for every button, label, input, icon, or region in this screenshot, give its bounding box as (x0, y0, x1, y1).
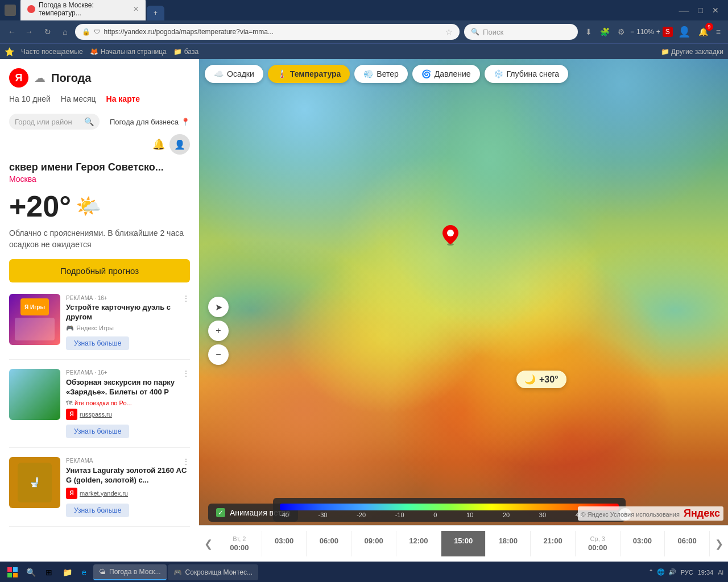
firefox-icon: 🦊 (90, 48, 98, 56)
search-bar[interactable]: 🔍 Поиск (464, 24, 578, 40)
wind-checkbox[interactable]: ✓ (216, 508, 225, 517)
settings-icon[interactable]: ⚙ (615, 25, 628, 39)
bookmark-home[interactable]: 🦊 Начальная страница (90, 48, 167, 56)
location-city[interactable]: Москва (9, 174, 190, 184)
map-nav-controls: ➤ + − (208, 297, 229, 365)
my-location-btn[interactable]: ➤ (208, 297, 229, 317)
city-search[interactable]: Город или район 🔍 (9, 114, 100, 130)
ads-container: Я Игры РЕКЛАМА · 16+ ⋮ Устройте карточну… (9, 294, 190, 526)
timeline-slot-5[interactable]: 15:00 (441, 531, 486, 556)
timeline-slot-10[interactable]: 06:00 (665, 531, 710, 556)
timeline-prev[interactable]: ❮ (199, 526, 217, 562)
bookmark-base[interactable]: 📁 база (173, 48, 198, 56)
zoom-plus[interactable]: + (656, 28, 660, 36)
timeline-slot-1[interactable]: 03:00 (262, 531, 307, 556)
menu-icon[interactable]: ≡ (713, 25, 723, 39)
profile-icon[interactable]: 👤 (675, 23, 693, 40)
filter-temperature[interactable]: 🌡️ Температура (268, 65, 350, 83)
restore-btn[interactable]: □ (698, 6, 703, 15)
map-marker[interactable] (442, 225, 458, 248)
bookmarks-more[interactable]: 📁 Другие закладки (661, 48, 723, 56)
nav-map[interactable]: На карте (106, 94, 140, 103)
start-button[interactable] (5, 564, 20, 580)
search-city-icon: 🔍 (84, 117, 94, 126)
zoom-minus[interactable]: − (630, 28, 634, 36)
active-tab[interactable]: Погода в Москве: температур... ✕ (20, 0, 146, 20)
wind-icon: 💨 (363, 69, 373, 78)
taskbar-app-game[interactable]: 🎮 Сокровища Монтес... (168, 564, 258, 580)
taskbar: 🔍 ⊞ 📁 e 🌤 Погода в Моск... 🎮 Сокровища М… (0, 562, 728, 582)
notifications-icon[interactable]: 🔔 9 (696, 25, 711, 39)
ad-cta-1[interactable]: Узнать больше (66, 336, 129, 350)
bell-icon[interactable]: 🔔 (152, 138, 165, 151)
zoom-in-btn[interactable]: + (208, 321, 229, 341)
tray-volume-icon[interactable]: 🔊 (668, 568, 676, 576)
new-tab-btn[interactable]: + (147, 6, 164, 20)
ad-label-3: РЕКЛАМА (66, 458, 93, 464)
nav-10days[interactable]: На 10 дней (9, 94, 51, 103)
folder-icon: 📁 (173, 48, 182, 56)
timeline-slot-6[interactable]: 18:00 (486, 531, 531, 556)
header-right-icons: 🔔 👤 (9, 134, 190, 155)
system-tray: ⌃ 🌐 🔊 (648, 568, 676, 576)
nav-month[interactable]: На месяц (61, 94, 96, 103)
map-copyright: © Яндекс Условия использования Яндекс (578, 506, 723, 521)
download-icon[interactable]: ⬇ (582, 25, 595, 39)
timeline-next[interactable]: ❯ (710, 526, 728, 562)
timeline-slot-4[interactable]: 12:00 (396, 531, 441, 556)
ad-item-3: 🚽 РЕКЛАМА ⋮ Унитаз Laguraty золотой 2160… (9, 457, 190, 527)
timeline-slot-3[interactable]: 09:00 (351, 531, 396, 556)
bubble-temp: +30° (539, 375, 559, 385)
refresh-btn[interactable]: ↻ (41, 25, 55, 39)
filter-pressure[interactable]: 🌀 Давление (412, 65, 480, 83)
timeline-slot-9[interactable]: 03:00 (621, 531, 665, 556)
filter-snow-depth[interactable]: ❄️ Глубина снега (485, 65, 568, 83)
business-link[interactable]: Погода для бизнеса 📍 (110, 114, 190, 130)
zoom-out-btn[interactable]: − (208, 344, 229, 365)
ad-menu-1[interactable]: ⋮ (182, 294, 190, 303)
extensions-icon[interactable]: 🧩 (597, 25, 613, 39)
timeline-slot-2[interactable]: 06:00 (307, 531, 351, 556)
user-avatar[interactable]: 👤 (169, 134, 190, 155)
address-bar[interactable]: 🔒 🛡 https://yandex.ru/pogoda/maps/temper… (75, 24, 460, 40)
tab-bar: Погода в Москве: температур... ✕ + (16, 0, 679, 20)
timeline-slot-0[interactable]: Вт, 2 00:00 (217, 531, 262, 556)
scale-gradient (280, 504, 619, 510)
ad-item-2: РЕКЛАМА · 16+ ⋮ Обзорная экскурсия по па… (9, 369, 190, 448)
filter-wind[interactable]: 💨 Ветер (354, 65, 408, 83)
tab-favicon (27, 5, 35, 13)
close-btn[interactable]: ✕ (712, 6, 719, 15)
taskbar-explorer[interactable]: 📁 (59, 564, 75, 580)
ad-menu-3[interactable]: ⋮ (182, 457, 190, 466)
ad-menu-2[interactable]: ⋮ (182, 369, 190, 378)
tab-close-btn[interactable]: ✕ (133, 5, 139, 13)
star-icon[interactable]: ☆ (445, 27, 453, 36)
back-btn[interactable]: ← (5, 25, 19, 39)
filter-precipitation[interactable]: ☁️ Осадки (205, 65, 263, 83)
timeline-slot-7[interactable]: 21:00 (531, 531, 576, 556)
system-clock[interactable]: 19:34 (698, 569, 714, 576)
tray-up-arrow[interactable]: ⌃ (648, 568, 653, 576)
ad-ya-icon-3: Я (66, 488, 77, 499)
taskbar-app-weather[interactable]: 🌤 Погода в Моск... (93, 564, 167, 580)
tray-network-icon: 🌐 (657, 568, 665, 576)
ad-cta-3[interactable]: Узнать больше (66, 504, 129, 517)
search-taskbar-btn[interactable]: 🔍 (23, 564, 39, 580)
plus-icon: + (216, 326, 221, 336)
forecast-button[interactable]: Подробный прогноз (9, 259, 190, 282)
url-text[interactable]: https://yandex.ru/pogoda/maps/temperatur… (104, 28, 442, 36)
ad-game-preview (15, 318, 55, 340)
task-view-btn[interactable]: ⊞ (41, 564, 57, 580)
pressure-icon: 🌀 (421, 69, 431, 78)
map-area[interactable]: ☁️ Осадки 🌡️ Температура 💨 Ветер 🌀 Давле… (199, 59, 728, 562)
bookmark-frequent[interactable]: Часто посещаемые (21, 48, 83, 56)
taskbar-edge[interactable]: e (76, 564, 92, 580)
forward-btn[interactable]: → (22, 25, 36, 39)
sync-icon[interactable]: S (663, 27, 673, 37)
minimize-btn[interactable]: ― (679, 5, 689, 16)
home-btn[interactable]: ⌂ (59, 25, 71, 39)
map-controls-top: ☁️ Осадки 🌡️ Температура 💨 Ветер 🌀 Давле… (205, 65, 722, 83)
ad-image-3: 🚽 (9, 457, 60, 508)
ad-cta-2[interactable]: Узнать больше (66, 425, 129, 438)
timeline-slot-8[interactable]: Ср, 3 00:00 (576, 531, 621, 556)
